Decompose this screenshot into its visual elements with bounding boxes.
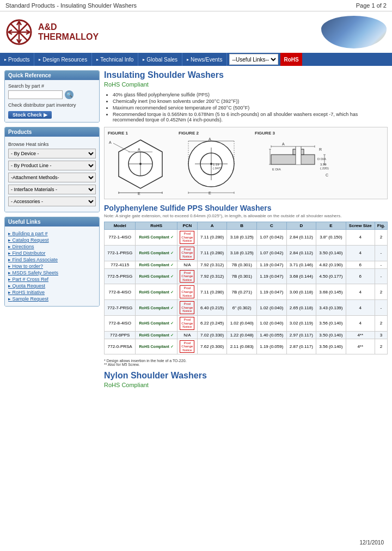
useful-links-select[interactable]: --Useful Links-- [229, 54, 278, 65]
by-device-select[interactable]: - By Device - [8, 149, 96, 158]
link-msds[interactable]: MSDS Safety Sheets [8, 270, 96, 276]
pcn-badge[interactable]: ProdChangeNotice [180, 301, 194, 314]
table-row: 772-8-4ISORoHS Compliant ✓ProdChangeNoti… [105, 284, 388, 300]
table-row: 772-8-4ISORoHS Compliant ✓ProdChangeNoti… [105, 315, 388, 331]
stock-check-button[interactable]: Stock Check ▶ [8, 111, 52, 119]
svg-text:R: R [319, 148, 322, 151]
svg-text:A: A [109, 140, 112, 144]
svg-text:A: A [282, 142, 285, 146]
figures-area: FIGURE 1 E A [104, 127, 388, 199]
col-d: D [286, 222, 316, 230]
link-part-cross-ref[interactable]: Part # Cross Ref [8, 277, 96, 282]
rohs-badge: RoHS Compliant ✓ [139, 321, 174, 326]
rohs-badge: RoHS Compliant ✓ [139, 274, 174, 279]
nav-rohs[interactable]: RoHS [280, 53, 302, 66]
rohs-badge: RoHS Compliant ✓ [139, 306, 174, 310]
col-c: C [257, 222, 287, 230]
rohs-badge: RoHS Compliant ✓ [139, 235, 174, 240]
col-fig: Fig. [375, 222, 387, 230]
col-rohs: RoHS [136, 222, 177, 230]
rohs-badge: RoHS Compliant ✓ [139, 263, 174, 267]
pps-note: Note: A single gate extension, not to ex… [104, 213, 388, 218]
nylon-heading: Nylon Shoulder Washers [104, 371, 388, 381]
svg-text:E: E [209, 191, 211, 195]
svg-text:C: C [326, 173, 328, 177]
logo-icon [5, 19, 33, 46]
search-label: Search by part # [8, 83, 96, 89]
interface-materials-select[interactable]: - Interface Materials - [8, 185, 96, 194]
nav-bar: ▸Products ▸Design Resources ▸Technical I… [0, 53, 392, 66]
table-row: 772-0-PRSARoHS Compliant ✓ProdChangeNoti… [105, 339, 388, 354]
link-catalog-request[interactable]: Catalog Request [8, 237, 96, 243]
page-number: Page 1 of 2 [356, 2, 387, 9]
useful-links-content: Building a part # Catalog Request Direct… [5, 226, 99, 306]
bullet-2: Chemically inert (no known solvents unde… [113, 99, 388, 104]
products-title: Products [5, 127, 99, 137]
pps-heading: Polyphenylene Sulfide PPS Shoulder Washe… [104, 204, 388, 212]
pcn-badge[interactable]: ProdChangeNotice [180, 247, 194, 260]
svg-rect-41 [271, 155, 315, 164]
link-how-to-order[interactable]: How to order? [8, 264, 96, 269]
logo-area: A&D THERMALLOY [0, 11, 392, 53]
figure-2: FIGURE 2 A E [179, 131, 249, 195]
link-sample[interactable]: Sample Request [8, 296, 96, 302]
link-building-part[interactable]: Building a part # [8, 231, 96, 236]
table-row: 772-6PPSRoHS Compliant ✓N/A7.02 (0.330)1… [105, 331, 388, 339]
link-directions[interactable]: Directions [8, 244, 96, 249]
pcn-badge[interactable]: ProdChangeNotice [180, 340, 194, 353]
pcn-badge[interactable]: ProdChangeNotice [180, 231, 194, 244]
nav-technical-info[interactable]: ▸Technical Info [92, 53, 138, 66]
link-rohs[interactable]: RoHS Initiative [8, 290, 96, 295]
by-product-line-select[interactable]: - By Product Line - [8, 161, 96, 170]
rohs-badge: RoHS Compliant ✓ [139, 251, 174, 255]
bullet-4: Recommended torque is 0.565Nm to 0.678Nm… [113, 112, 388, 123]
globe-image [321, 16, 387, 48]
attachment-methods-select[interactable]: -Attachment Methods- [8, 173, 96, 182]
stock-check-section: Check distributor part inventory Stock C… [8, 102, 96, 119]
quick-reference-title: Quick Reference [5, 71, 99, 80]
nav-news-events[interactable]: ▸News/Events [182, 53, 227, 66]
table-row: 772-4115RoHS Compliant ✓N/A7.92 (0.312)7… [105, 261, 388, 268]
figure-3-svg: A R D DIA E DIA 3.59 (.220) C [255, 136, 342, 195]
footnote-1: * Design allows insertion in the hole of… [104, 359, 388, 363]
products-content: Browse Heat sinks - By Device - - By Pro… [5, 137, 99, 212]
nav-design-resources[interactable]: ▸Design Resources [34, 53, 92, 66]
accessories-select[interactable]: - Accessories - [8, 197, 96, 206]
bullet-3: Maximum recommended service temperature … [113, 105, 388, 111]
link-find-sales[interactable]: Find Sales Associate [8, 257, 96, 262]
quick-reference-content: Search by part # 🔍 Check distributor par… [5, 80, 99, 122]
useful-links-title: Useful Links [5, 217, 99, 226]
svg-text:D DIA: D DIA [317, 157, 326, 161]
bullet-1: 40% glass filled polyphenylene sulfide (… [113, 92, 388, 97]
useful-links-box: Useful Links Building a part # Catalog R… [4, 217, 100, 307]
nav-global-sales[interactable]: ▸Global Sales [138, 53, 182, 66]
insulating-rohs: RoHS Compliant [104, 81, 388, 88]
col-a: A [197, 222, 227, 230]
footnote-2: ** Also for M5 Screw. [104, 363, 388, 366]
col-b: B [227, 222, 257, 230]
pcn-badge[interactable]: ProdChangeNotice [180, 285, 194, 298]
browse-heat-sinks-label: Browse Heat sinks [8, 142, 96, 147]
pcn-badge[interactable]: ProdChangeNotice [180, 270, 194, 283]
svg-text:A: A [209, 137, 211, 141]
pcn-badge[interactable]: ProdChangeNotice [180, 317, 194, 330]
link-quota[interactable]: Quota Request [8, 283, 96, 289]
rohs-badge: RoHS Compliant ✓ [139, 345, 174, 349]
col-model: Model [105, 222, 136, 230]
quick-reference-box: Quick Reference Search by part # 🔍 Check… [4, 70, 100, 123]
svg-text:E: E [138, 192, 140, 195]
sidebar: Quick Reference Search by part # 🔍 Check… [4, 70, 100, 388]
footer-date: 12/1/2010 [360, 540, 384, 546]
insulating-bullets: 40% glass filled polyphenylene sulfide (… [104, 92, 388, 123]
svg-text:A: A [138, 148, 140, 151]
svg-text:(.047): (.047) [213, 167, 222, 170]
search-icon[interactable]: 🔍 [65, 90, 74, 99]
insulating-heading: Insulating Shoulder Washers [104, 70, 388, 80]
svg-text:E DIA: E DIA [272, 168, 281, 171]
figure-1-svg: E A A [108, 136, 173, 195]
table-row: 772-7-PRSGRoHS Compliant ✓ProdChangeNoti… [105, 300, 388, 316]
nav-products[interactable]: ▸Products [0, 53, 34, 66]
link-find-distributor[interactable]: Find Distributor [8, 250, 96, 256]
search-input[interactable] [8, 90, 63, 99]
col-pcn: PCN [177, 222, 197, 230]
